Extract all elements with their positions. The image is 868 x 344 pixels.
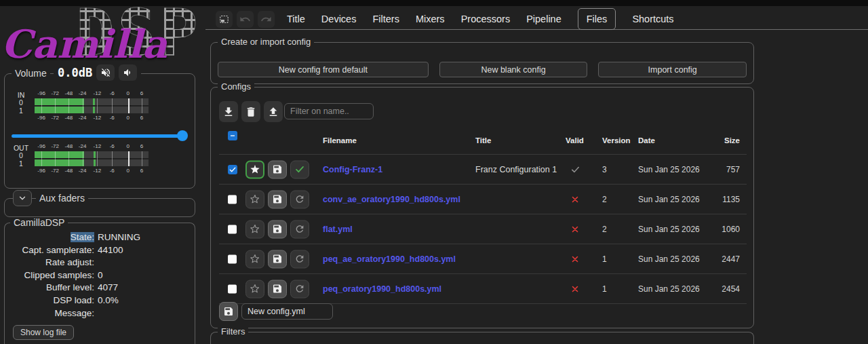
config-checkbox[interactable] — [228, 284, 237, 293]
col-title: Title — [475, 136, 491, 145]
save-config-button[interactable] — [268, 280, 287, 298]
select-all-checkbox[interactable] — [228, 131, 237, 140]
filter-input[interactable] — [284, 103, 374, 119]
undo-button[interactable] — [237, 11, 254, 28]
config-row: peq_ae_oratory1990_hd800s.yml 1 Sun Jan … — [219, 244, 747, 274]
state-value: RUNNING — [98, 231, 140, 244]
meter-scale-top: -96-72-48-24-12-606 — [35, 90, 149, 97]
new-config-name-input[interactable] — [241, 303, 333, 320]
tab-files[interactable]: Files — [578, 8, 616, 30]
tab-pipeline[interactable]: Pipeline — [526, 14, 561, 24]
config-filename-link[interactable]: conv_ae_oratory1990_hd800s.yml — [323, 195, 460, 204]
camilladsp-status-panel: CamillaDSP State:RUNNING Capt. samplerat… — [4, 223, 195, 344]
config-filename-link[interactable]: peq_oratory1990_hd800s.yml — [323, 284, 441, 294]
tab-processors[interactable]: Processors — [461, 14, 511, 24]
check-icon — [229, 166, 237, 174]
logo-camilla-script: Camilla — [1, 24, 167, 63]
tab-filters[interactable]: Filters — [372, 14, 399, 24]
default-config-star-button[interactable] — [245, 220, 264, 238]
status-row: Clipped samples:0 — [10, 269, 189, 282]
config-checkbox-checked[interactable] — [228, 165, 237, 174]
create-buttons-row: New config from default New blank config… — [218, 62, 747, 77]
config-size: 757 — [726, 165, 740, 174]
config-date: Sun Jan 25 2026 — [638, 254, 700, 264]
state-label: State: — [71, 232, 94, 242]
level-bar — [35, 151, 149, 158]
upload-configs-button[interactable] — [264, 101, 283, 122]
trash-icon — [245, 106, 257, 118]
volume-legend: Volume — [12, 68, 50, 79]
tab-devices[interactable]: Devices — [321, 14, 357, 24]
default-config-star-button[interactable] — [245, 190, 264, 208]
config-filename-link[interactable]: peq_ae_oratory1990_hd800s.yml — [323, 254, 456, 264]
refresh-icon — [294, 224, 305, 235]
refresh-icon — [294, 254, 305, 265]
delete-configs-button[interactable] — [241, 101, 260, 122]
aux-faders-legend: Aux faders — [36, 193, 88, 204]
save-config-button[interactable] — [268, 160, 287, 178]
config-checkbox[interactable] — [228, 195, 237, 204]
meter-channel-label: 0 — [10, 151, 32, 159]
save-new-config-button[interactable] — [219, 302, 238, 321]
star-outline-icon — [250, 194, 260, 205]
download-configs-button[interactable] — [219, 101, 238, 122]
config-checkbox[interactable] — [228, 225, 237, 233]
config-filename-link[interactable]: flat.yml — [323, 225, 353, 234]
config-size: 2454 — [722, 284, 740, 294]
meter-channel-label: 0 — [10, 98, 32, 107]
volume-slider[interactable] — [12, 130, 186, 142]
apply-config-button[interactable] — [290, 160, 309, 178]
reload-config-button[interactable] — [290, 280, 309, 298]
upload-icon — [267, 106, 279, 118]
config-title: Franz Configuration 1 — [475, 165, 557, 174]
redo-button[interactable] — [258, 11, 275, 28]
compact-view-button[interactable] — [216, 11, 233, 28]
dsp-load-label: DSP load: — [10, 294, 94, 307]
mute-button[interactable] — [96, 64, 115, 81]
samplerate-value: 44100 — [98, 244, 123, 257]
refresh-icon — [294, 284, 305, 294]
config-row: peq_oratory1990_hd800s.yml 1 Sun Jan 25 … — [219, 274, 747, 304]
unmute-button[interactable] — [119, 64, 137, 81]
create-import-legend: Create or import config — [218, 37, 314, 47]
new-config-from-default-button[interactable]: New config from default — [218, 62, 429, 77]
invalid-cross-icon — [564, 225, 587, 234]
volume-header: 0.0dB — [54, 64, 141, 81]
new-blank-config-button[interactable]: New blank config — [439, 62, 588, 77]
default-config-star-button[interactable] — [245, 250, 264, 268]
reload-config-button[interactable] — [290, 220, 309, 238]
volume-value: 0.0dB — [58, 66, 92, 79]
refresh-icon — [294, 194, 305, 205]
config-checkbox[interactable] — [228, 254, 237, 263]
show-log-file-button[interactable]: Show log file — [13, 325, 74, 340]
volume-panel: Volume 0.0dB IN 0 1 -96-72-48-24-12-606 … — [4, 73, 195, 189]
clipped-samples-label: Clipped samples: — [10, 269, 94, 282]
star-outline-icon — [250, 224, 260, 235]
default-config-star-button[interactable] — [245, 160, 264, 178]
default-config-star-button[interactable] — [245, 280, 264, 298]
reload-config-button[interactable] — [290, 190, 309, 208]
floppy-save-icon — [272, 284, 283, 294]
buffer-level-value: 4077 — [98, 282, 118, 294]
tab-title[interactable]: Title — [287, 14, 305, 24]
aux-faders-collapse-button[interactable] — [13, 190, 32, 206]
tab-shortcuts[interactable]: Shortcuts — [632, 14, 673, 24]
save-config-button[interactable] — [268, 250, 287, 268]
import-config-button[interactable]: Import config — [598, 62, 747, 77]
volume-muted-icon — [100, 67, 111, 78]
status-row: State:RUNNING — [10, 231, 189, 244]
tab-mixers[interactable]: Mixers — [416, 14, 445, 24]
volume-slider-handle[interactable] — [177, 130, 188, 141]
save-config-button[interactable] — [268, 220, 287, 238]
message-label: Message: — [10, 307, 94, 320]
reload-config-button[interactable] — [290, 250, 309, 268]
redo-icon — [260, 14, 272, 25]
save-config-button[interactable] — [268, 190, 287, 208]
config-date: Sun Jan 25 2026 — [638, 284, 700, 294]
config-row: conv_ae_oratory1990_hd800s.yml 2 Sun Jan… — [219, 185, 747, 214]
config-filename-link[interactable]: Config-Franz-1 — [323, 165, 382, 174]
configs-legend: Configs — [218, 81, 254, 92]
volume-slider-track[interactable] — [12, 134, 186, 138]
config-version: 2 — [602, 225, 607, 234]
configs-panel: Configs Filename Title Valid Version Dat… — [210, 87, 754, 328]
